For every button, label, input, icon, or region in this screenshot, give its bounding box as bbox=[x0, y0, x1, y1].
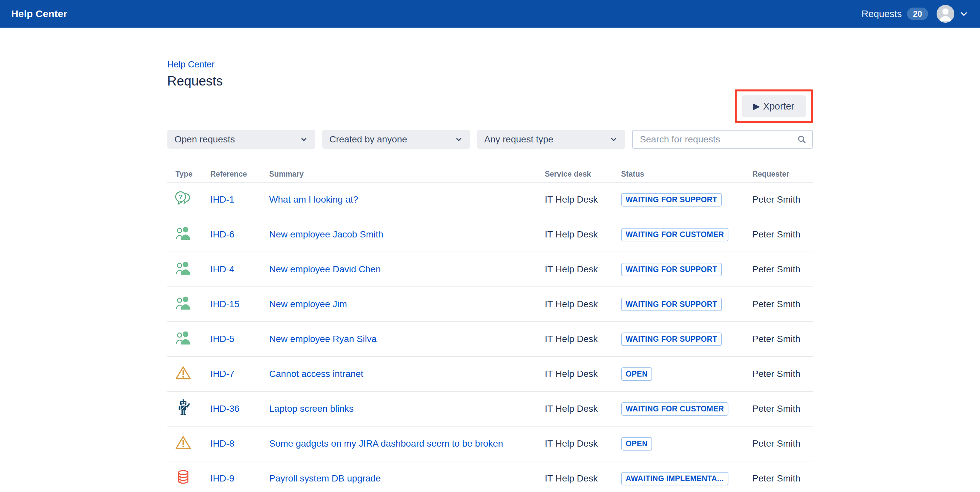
reference-link[interactable]: IHD-6 bbox=[210, 229, 234, 239]
summary-link[interactable]: Laptop screen blinks bbox=[269, 404, 354, 414]
service-desk-cell: IT Help Desk bbox=[545, 369, 621, 379]
creator-filter-value: Created by anyone bbox=[329, 134, 407, 145]
requester-cell: Peter Smith bbox=[752, 438, 813, 449]
user-menu[interactable] bbox=[937, 5, 969, 23]
requester-cell: Peter Smith bbox=[752, 264, 813, 275]
table-row: IHD-6 New employee Jacob Smith IT Help D… bbox=[167, 217, 813, 252]
request-type-filter-value: Any request type bbox=[484, 134, 554, 145]
content: Help Center Requests ▶ Xporter Open requ… bbox=[167, 28, 813, 492]
new-employee-icon bbox=[175, 330, 192, 347]
requests-count-badge: 20 bbox=[907, 8, 928, 20]
summary-link[interactable]: New employee David Chen bbox=[269, 264, 381, 274]
breadcrumb-help-center[interactable]: Help Center bbox=[167, 59, 215, 70]
reference-link[interactable]: IHD-36 bbox=[210, 404, 240, 414]
status-badge: WAITING FOR SUPPORT bbox=[621, 193, 722, 207]
play-arrow-icon: ▶ bbox=[753, 102, 760, 111]
table-row: IHD-7 Cannot access intranet IT Help Des… bbox=[167, 357, 813, 392]
chevron-down-icon bbox=[455, 135, 463, 144]
topbar: Help Center Requests 20 bbox=[0, 0, 980, 28]
summary-link[interactable]: Cannot access intranet bbox=[269, 369, 363, 379]
status-filter-dropdown[interactable]: Open requests bbox=[167, 130, 315, 149]
service-desk-cell: IT Help Desk bbox=[545, 404, 621, 414]
avatar[interactable] bbox=[937, 5, 955, 23]
search-box bbox=[632, 130, 813, 149]
status-badge: WAITING FOR SUPPORT bbox=[621, 298, 722, 311]
status-badge: OPEN bbox=[621, 437, 652, 451]
xporter-button[interactable]: ▶ Xporter bbox=[742, 96, 806, 117]
topbar-right: Requests 20 bbox=[862, 5, 969, 23]
status-badge: WAITING FOR SUPPORT bbox=[621, 333, 722, 346]
table-row: IHD-5 New employee Ryan Silva IT Help De… bbox=[167, 322, 813, 357]
reference-link[interactable]: IHD-15 bbox=[210, 299, 240, 309]
service-desk-cell: IT Help Desk bbox=[545, 264, 621, 275]
reference-link[interactable]: IHD-7 bbox=[210, 369, 234, 379]
new-employee-icon bbox=[175, 295, 192, 312]
warning-icon bbox=[175, 365, 192, 382]
status-badge: AWAITING IMPLEMENTA... bbox=[621, 472, 729, 486]
chevron-down-icon bbox=[609, 135, 618, 144]
requester-cell: Peter Smith bbox=[752, 334, 813, 344]
xporter-button-label: Xporter bbox=[763, 101, 794, 112]
xporter-row: ▶ Xporter bbox=[167, 89, 813, 123]
summary-link[interactable]: New employee Jacob Smith bbox=[269, 229, 383, 239]
summary-link[interactable]: New employee Jim bbox=[269, 299, 347, 309]
requester-cell: Peter Smith bbox=[752, 473, 813, 484]
column-header-service-desk: Service desk bbox=[545, 170, 621, 178]
column-header-reference: Reference bbox=[210, 170, 269, 178]
service-desk-cell: IT Help Desk bbox=[545, 194, 621, 205]
column-header-summary: Summary bbox=[269, 170, 545, 178]
page-title: Requests bbox=[167, 73, 813, 89]
column-header-type: Type bbox=[167, 170, 210, 178]
filters-bar: Open requests Created by anyone Any requ… bbox=[167, 130, 813, 149]
status-filter-value: Open requests bbox=[175, 134, 235, 145]
svg-text:?: ? bbox=[178, 193, 183, 200]
reference-link[interactable]: IHD-8 bbox=[210, 438, 234, 449]
chevron-down-icon[interactable] bbox=[959, 9, 969, 19]
summary-link[interactable]: Some gadgets on my JIRA dashboard seem t… bbox=[269, 438, 503, 449]
app-title: Help Center bbox=[11, 8, 67, 19]
service-desk-cell: IT Help Desk bbox=[545, 438, 621, 449]
request-table-header: TypeReferenceSummaryService deskStatusRe… bbox=[167, 166, 813, 183]
reference-link[interactable]: IHD-1 bbox=[210, 194, 234, 205]
requester-cell: Peter Smith bbox=[752, 369, 813, 379]
service-desk-cell: IT Help Desk bbox=[545, 229, 621, 240]
summary-link[interactable]: What am I looking at? bbox=[269, 194, 358, 205]
summary-link[interactable]: Payroll system DB upgrade bbox=[269, 473, 381, 484]
status-badge: WAITING FOR SUPPORT bbox=[621, 263, 722, 276]
table-row: IHD-36 Laptop screen blinks IT Help Desk… bbox=[167, 392, 813, 427]
reference-link[interactable]: IHD-4 bbox=[210, 264, 234, 274]
warning-icon bbox=[175, 434, 192, 451]
help-center-page: Help Center Requests 20 Hel bbox=[0, 0, 980, 492]
table-row: IHD-9 Payroll system DB upgrade IT Help … bbox=[167, 462, 813, 492]
service-desk-cell: IT Help Desk bbox=[545, 473, 621, 484]
topbar-requests-link[interactable]: Requests 20 bbox=[862, 8, 928, 20]
status-badge: WAITING FOR CUSTOMER bbox=[621, 228, 729, 241]
column-header-status: Status bbox=[621, 170, 752, 178]
table-row: ? IHD-1 What am I looking at? IT Help De… bbox=[167, 183, 813, 217]
table-row: IHD-4 New employee David Chen IT Help De… bbox=[167, 252, 813, 287]
request-table-body: ? IHD-1 What am I looking at? IT Help De… bbox=[167, 183, 813, 492]
requester-cell: Peter Smith bbox=[752, 194, 813, 205]
requester-cell: Peter Smith bbox=[752, 299, 813, 309]
new-employee-icon bbox=[175, 260, 192, 277]
summary-link[interactable]: New employee Ryan Silva bbox=[269, 334, 377, 344]
creator-filter-dropdown[interactable]: Created by anyone bbox=[322, 130, 470, 149]
status-badge: OPEN bbox=[621, 367, 652, 381]
reference-link[interactable]: IHD-9 bbox=[210, 473, 234, 484]
request-type-filter-dropdown[interactable]: Any request type bbox=[477, 130, 625, 149]
requester-cell: Peter Smith bbox=[752, 229, 813, 240]
reference-link[interactable]: IHD-5 bbox=[210, 334, 234, 344]
search-icon[interactable] bbox=[797, 134, 807, 145]
column-header-requester: Requester bbox=[752, 170, 813, 178]
service-desk-cell: IT Help Desk bbox=[545, 299, 621, 309]
question-bubbles-icon: ? bbox=[175, 190, 192, 207]
annotation-highlight: ▶ Xporter bbox=[735, 89, 813, 123]
chevron-down-icon bbox=[299, 135, 308, 144]
new-employee-icon bbox=[175, 225, 192, 242]
table-row: IHD-8 Some gadgets on my JIRA dashboard … bbox=[167, 427, 813, 462]
search-input[interactable] bbox=[639, 134, 797, 145]
requester-cell: Peter Smith bbox=[752, 404, 813, 414]
table-row: IHD-15 New employee Jim IT Help Desk WAI… bbox=[167, 287, 813, 322]
status-badge: WAITING FOR CUSTOMER bbox=[621, 402, 729, 416]
topbar-requests-label: Requests bbox=[862, 8, 902, 19]
